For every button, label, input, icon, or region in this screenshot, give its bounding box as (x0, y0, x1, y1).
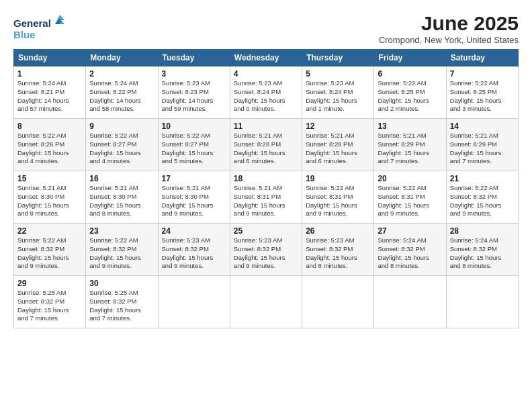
logo: General Blue (13, 12, 67, 40)
calendar-cell: 8Sunrise: 5:22 AMSunset: 8:26 PMDaylight… (14, 119, 86, 171)
day-number: 1 (17, 69, 82, 79)
day-info: Sunrise: 5:22 AMSunset: 8:25 PMDaylight:… (378, 79, 442, 113)
calendar-cell: 23Sunrise: 5:22 AMSunset: 8:32 PMDayligh… (86, 224, 158, 276)
month-title: June 2025 (379, 12, 519, 35)
day-info: Sunrise: 5:22 AMSunset: 8:32 PMDaylight:… (89, 236, 154, 271)
day-header-tuesday: Tuesday (158, 50, 230, 66)
day-number: 19 (306, 174, 370, 183)
day-header-monday: Monday (86, 50, 158, 66)
day-number: 14 (450, 122, 515, 131)
day-number: 7 (450, 69, 515, 79)
calendar-cell: 28Sunrise: 5:24 AMSunset: 8:32 PMDayligh… (446, 224, 518, 276)
logo-text: General (13, 12, 67, 30)
day-info: Sunrise: 5:22 AMSunset: 8:25 PMDaylight:… (450, 79, 515, 113)
day-info: Sunrise: 5:21 AMSunset: 8:28 PMDaylight:… (306, 132, 370, 166)
day-info: Sunrise: 5:25 AMSunset: 8:32 PMDaylight:… (17, 289, 82, 323)
day-number: 20 (378, 174, 442, 183)
day-number: 16 (89, 174, 154, 183)
calendar-cell (230, 276, 302, 328)
calendar-cell: 25Sunrise: 5:23 AMSunset: 8:32 PMDayligh… (230, 224, 302, 276)
day-info: Sunrise: 5:22 AMSunset: 8:27 PMDaylight:… (89, 132, 154, 166)
calendar-cell: 14Sunrise: 5:21 AMSunset: 8:29 PMDayligh… (446, 119, 518, 171)
day-header-thursday: Thursday (302, 50, 374, 66)
day-number: 21 (450, 174, 515, 183)
day-number: 27 (378, 226, 442, 236)
calendar-cell (302, 276, 374, 328)
location: Crompond, New York, United States (379, 35, 519, 45)
day-number: 18 (234, 174, 298, 183)
day-info: Sunrise: 5:24 AMSunset: 8:32 PMDaylight:… (450, 236, 515, 271)
calendar-cell: 22Sunrise: 5:22 AMSunset: 8:32 PMDayligh… (14, 224, 86, 276)
day-number: 6 (378, 69, 442, 79)
calendar-cell: 4Sunrise: 5:23 AMSunset: 8:24 PMDaylight… (230, 66, 302, 119)
day-number: 10 (162, 122, 226, 131)
day-number: 11 (234, 122, 298, 131)
day-number: 2 (89, 69, 154, 79)
calendar-cell: 30Sunrise: 5:25 AMSunset: 8:32 PMDayligh… (86, 276, 158, 328)
calendar-cell: 16Sunrise: 5:21 AMSunset: 8:30 PMDayligh… (86, 171, 158, 224)
day-number: 28 (450, 226, 515, 236)
day-info: Sunrise: 5:23 AMSunset: 8:23 PMDaylight:… (162, 79, 226, 113)
calendar-cell: 5Sunrise: 5:23 AMSunset: 8:24 PMDaylight… (302, 66, 374, 119)
day-info: Sunrise: 5:21 AMSunset: 8:30 PMDaylight:… (162, 184, 226, 218)
day-info: Sunrise: 5:21 AMSunset: 8:31 PMDaylight:… (234, 184, 298, 218)
calendar-cell: 27Sunrise: 5:24 AMSunset: 8:32 PMDayligh… (374, 224, 446, 276)
day-header-wednesday: Wednesday (230, 50, 302, 66)
day-info: Sunrise: 5:25 AMSunset: 8:32 PMDaylight:… (89, 289, 154, 323)
day-number: 30 (89, 279, 154, 288)
day-info: Sunrise: 5:23 AMSunset: 8:32 PMDaylight:… (234, 236, 298, 271)
week-row-4: 22Sunrise: 5:22 AMSunset: 8:32 PMDayligh… (14, 224, 519, 276)
logo-icon (52, 12, 67, 27)
calendar-cell: 10Sunrise: 5:22 AMSunset: 8:27 PMDayligh… (158, 119, 230, 171)
day-number: 25 (234, 226, 298, 236)
day-number: 26 (306, 226, 370, 236)
day-number: 22 (17, 226, 82, 236)
day-info: Sunrise: 5:22 AMSunset: 8:31 PMDaylight:… (306, 184, 370, 218)
day-info: Sunrise: 5:24 AMSunset: 8:32 PMDaylight:… (378, 236, 442, 271)
day-info: Sunrise: 5:21 AMSunset: 8:29 PMDaylight:… (378, 132, 442, 166)
calendar-cell (446, 276, 518, 328)
day-info: Sunrise: 5:24 AMSunset: 8:21 PMDaylight:… (17, 79, 82, 113)
day-header-friday: Friday (374, 50, 446, 66)
week-row-3: 15Sunrise: 5:21 AMSunset: 8:30 PMDayligh… (14, 171, 519, 224)
header: General Blue June 2025 Crompond, New Yor… (13, 12, 519, 45)
calendar-cell: 24Sunrise: 5:23 AMSunset: 8:32 PMDayligh… (158, 224, 230, 276)
page: General Blue June 2025 Crompond, New Yor… (0, 0, 532, 411)
calendar-cell: 21Sunrise: 5:22 AMSunset: 8:32 PMDayligh… (446, 171, 518, 224)
day-info: Sunrise: 5:23 AMSunset: 8:24 PMDaylight:… (306, 79, 370, 113)
week-row-2: 8Sunrise: 5:22 AMSunset: 8:26 PMDaylight… (14, 119, 519, 171)
calendar-cell: 12Sunrise: 5:21 AMSunset: 8:28 PMDayligh… (302, 119, 374, 171)
day-number: 24 (162, 226, 226, 236)
day-number: 29 (17, 279, 82, 288)
week-row-5: 29Sunrise: 5:25 AMSunset: 8:32 PMDayligh… (14, 276, 519, 328)
calendar-cell (374, 276, 446, 328)
day-header-saturday: Saturday (446, 50, 518, 66)
day-info: Sunrise: 5:23 AMSunset: 8:32 PMDaylight:… (306, 236, 370, 271)
day-number: 5 (306, 69, 370, 79)
day-number: 23 (89, 226, 154, 236)
day-number: 13 (378, 122, 442, 131)
day-number: 12 (306, 122, 370, 131)
day-number: 15 (17, 174, 82, 183)
calendar-cell: 9Sunrise: 5:22 AMSunset: 8:27 PMDaylight… (86, 119, 158, 171)
calendar-cell: 11Sunrise: 5:21 AMSunset: 8:28 PMDayligh… (230, 119, 302, 171)
calendar-cell: 19Sunrise: 5:22 AMSunset: 8:31 PMDayligh… (302, 171, 374, 224)
week-row-1: 1Sunrise: 5:24 AMSunset: 8:21 PMDaylight… (14, 66, 519, 119)
calendar-cell: 29Sunrise: 5:25 AMSunset: 8:32 PMDayligh… (14, 276, 86, 328)
calendar-cell: 15Sunrise: 5:21 AMSunset: 8:30 PMDayligh… (14, 171, 86, 224)
calendar-header-row: SundayMondayTuesdayWednesdayThursdayFrid… (14, 50, 519, 66)
day-info: Sunrise: 5:22 AMSunset: 8:32 PMDaylight:… (450, 184, 515, 218)
calendar-cell: 20Sunrise: 5:22 AMSunset: 8:31 PMDayligh… (374, 171, 446, 224)
day-info: Sunrise: 5:23 AMSunset: 8:24 PMDaylight:… (234, 79, 298, 113)
day-info: Sunrise: 5:24 AMSunset: 8:22 PMDaylight:… (89, 79, 154, 113)
day-header-sunday: Sunday (14, 50, 86, 66)
day-info: Sunrise: 5:21 AMSunset: 8:28 PMDaylight:… (234, 132, 298, 166)
calendar-table: SundayMondayTuesdayWednesdayThursdayFrid… (13, 49, 519, 328)
calendar-cell (158, 276, 230, 328)
day-info: Sunrise: 5:22 AMSunset: 8:32 PMDaylight:… (17, 236, 82, 271)
day-info: Sunrise: 5:21 AMSunset: 8:29 PMDaylight:… (450, 132, 515, 166)
day-info: Sunrise: 5:21 AMSunset: 8:30 PMDaylight:… (89, 184, 154, 218)
calendar-cell: 26Sunrise: 5:23 AMSunset: 8:32 PMDayligh… (302, 224, 374, 276)
day-number: 8 (17, 122, 82, 131)
day-info: Sunrise: 5:22 AMSunset: 8:27 PMDaylight:… (162, 132, 226, 166)
